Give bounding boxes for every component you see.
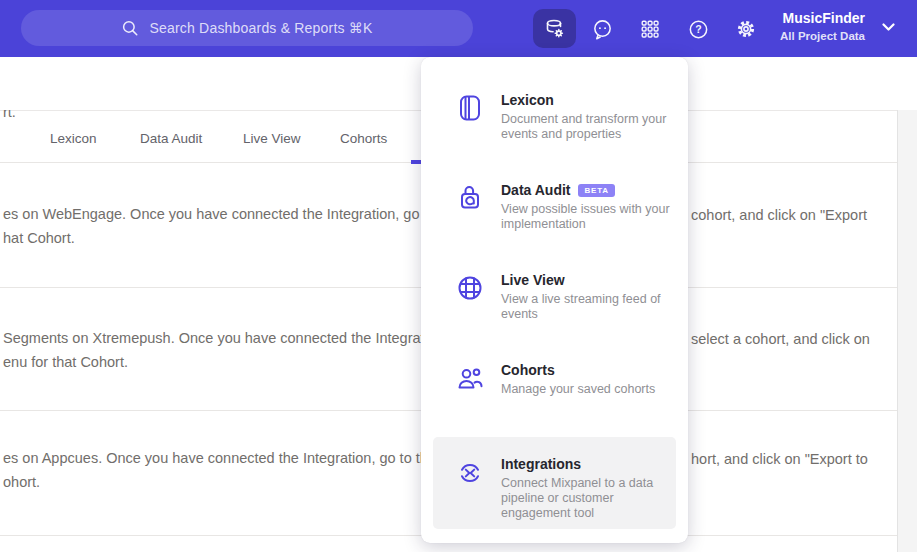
people-icon: [455, 363, 485, 393]
scrollbar-gutter[interactable]: [897, 110, 917, 552]
menu-item-description: Manage your saved cohorts: [501, 382, 681, 397]
apps-grid-button[interactable]: [632, 11, 668, 47]
chevron-down-icon[interactable]: [882, 23, 895, 32]
globe-icon: [455, 273, 485, 303]
search-icon: [121, 19, 139, 37]
menu-item-description: Document and transform your events and p…: [501, 112, 681, 142]
book-icon: [455, 93, 485, 123]
integration-row-text: ohort.: [3, 473, 40, 492]
menu-item-title: Live View: [501, 272, 565, 289]
integration-row-text: es on WebEngage. Once you have connected…: [3, 205, 460, 224]
menu-item-description: Connect Mixpanel to a data pipeline or c…: [501, 476, 681, 521]
menu-item-title: Cohorts: [501, 362, 555, 379]
menu-item-description: View a live streaming feed of events: [501, 292, 681, 322]
app-window: rt. es on WebEngage. Once you have conne…: [0, 0, 917, 552]
help-button[interactable]: ?: [680, 11, 716, 47]
feedback-button[interactable]: [584, 11, 620, 47]
data-settings-icon: [543, 17, 567, 41]
project-switcher[interactable]: MusicFinder All Project Data: [780, 10, 865, 43]
beta-badge: BETA: [578, 184, 614, 197]
menu-item-lexicon[interactable]: Lexicon Document and transform your even…: [421, 77, 688, 167]
search-input[interactable]: Search Dashboards & Reports ⌘K: [21, 10, 473, 46]
settings-gear-icon: [734, 17, 758, 41]
menu-item-description: View possible issues with your implement…: [501, 202, 681, 232]
settings-button[interactable]: [728, 11, 764, 47]
tab-live-view[interactable]: Live View: [243, 131, 301, 146]
menu-item-cohorts[interactable]: Cohorts Manage your saved cohorts: [421, 347, 688, 437]
apps-grid-icon: [639, 18, 661, 40]
data-settings-button[interactable]: [533, 9, 576, 48]
help-icon: ?: [687, 18, 710, 41]
menu-item-live-view[interactable]: Live View View a live streaming feed of …: [421, 257, 688, 347]
lock-audit-icon: [455, 183, 485, 213]
tab-cohorts[interactable]: Cohorts: [340, 131, 387, 146]
top-navigation-bar: Search Dashboards & Reports ⌘K: [0, 0, 917, 57]
menu-item-data-audit[interactable]: Data Audit BETA View possible issues wit…: [421, 167, 688, 257]
menu-item-title: Data Audit: [501, 182, 570, 199]
search-placeholder: Search Dashboards & Reports ⌘K: [149, 20, 372, 36]
menu-item-title: Lexicon: [501, 92, 554, 109]
tab-data-audit[interactable]: Data Audit: [140, 131, 202, 146]
menu-item-title: Integrations: [501, 456, 581, 473]
menu-item-integrations[interactable]: Integrations Connect Mixpanel to a data …: [433, 437, 676, 529]
integration-row-text: enu for that Cohort.: [3, 353, 128, 372]
svg-text:?: ?: [695, 23, 701, 35]
integration-row-text: hort, and click on "Export to: [691, 450, 868, 469]
navigation-dropdown-menu: Lexicon Document and transform your even…: [421, 57, 688, 543]
integration-row-text: hat Cohort.: [3, 229, 75, 248]
project-subtitle: All Project Data: [780, 29, 865, 43]
sync-arrows-icon: [455, 458, 485, 488]
integration-row-text: cohort, and click on "Export: [691, 206, 867, 225]
tab-lexicon[interactable]: Lexicon: [50, 131, 97, 146]
integration-row-text: Segments on Xtremepush. Once you have co…: [3, 329, 448, 348]
integration-row-text: es on Appcues. Once you have connected t…: [3, 449, 452, 468]
integration-row-text: select a cohort, and click on: [691, 330, 870, 349]
project-name: MusicFinder: [780, 10, 865, 27]
feedback-icon: [591, 18, 614, 41]
